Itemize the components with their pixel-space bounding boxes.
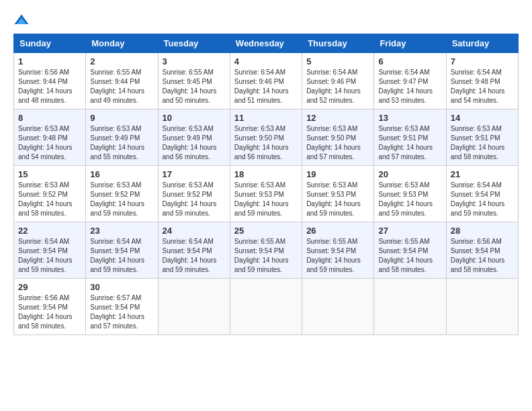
- daylight-label: Daylight: 14 hours: [90, 312, 153, 322]
- daylight-label: Daylight: 14 hours: [163, 143, 226, 152]
- sunrise-text: Sunrise: 6:55 AM: [90, 68, 153, 77]
- day-info: Sunrise: 6:55 AMSunset: 9:54 PMDaylight:…: [378, 237, 441, 275]
- day-number: 17: [163, 169, 226, 179]
- sunrise-text: Sunrise: 6:53 AM: [234, 124, 298, 134]
- daylight-label: Daylight: 14 hours: [234, 87, 298, 96]
- calendar-cell: 8Sunrise: 6:53 AMSunset: 9:48 PMDaylight…: [14, 109, 86, 166]
- daylight-label: Daylight: 14 hours: [306, 256, 369, 265]
- sunset-text: Sunset: 9:54 PM: [378, 246, 441, 256]
- day-number: 26: [306, 226, 369, 236]
- calendar-cell: 17Sunrise: 6:53 AMSunset: 9:52 PMDayligh…: [158, 166, 230, 222]
- sunset-text: Sunset: 9:51 PM: [451, 134, 514, 143]
- day-number: 11: [234, 113, 298, 123]
- sunset-text: Sunset: 9:53 PM: [378, 190, 441, 199]
- day-info: Sunrise: 6:56 AMSunset: 9:54 PMDaylight:…: [18, 293, 81, 331]
- daylight-minutes: and 54 minutes.: [18, 152, 81, 162]
- calendar-cell: [230, 279, 302, 335]
- day-number: 7: [451, 56, 514, 66]
- day-info: Sunrise: 6:53 AMSunset: 9:51 PMDaylight:…: [378, 124, 441, 162]
- calendar-cell: 6Sunrise: 6:54 AMSunset: 9:47 PMDaylight…: [374, 53, 446, 109]
- day-info: Sunrise: 6:55 AMSunset: 9:54 PMDaylight:…: [234, 237, 298, 275]
- calendar-cell: [446, 279, 518, 335]
- calendar-cell: 15Sunrise: 6:53 AMSunset: 9:52 PMDayligh…: [14, 166, 86, 222]
- daylight-minutes: and 56 minutes.: [234, 152, 298, 162]
- daylight-label: Daylight: 14 hours: [234, 143, 298, 152]
- calendar-cell: 23Sunrise: 6:54 AMSunset: 9:54 PMDayligh…: [86, 222, 158, 279]
- sunrise-text: Sunrise: 6:53 AM: [18, 124, 81, 134]
- day-number: 24: [163, 226, 226, 236]
- sunset-text: Sunset: 9:44 PM: [90, 77, 153, 87]
- day-number: 13: [378, 113, 441, 123]
- daylight-minutes: and 59 minutes.: [234, 265, 298, 275]
- daylight-label: Daylight: 14 hours: [378, 143, 441, 152]
- calendar-week-5: 29Sunrise: 6:56 AMSunset: 9:54 PMDayligh…: [14, 279, 519, 335]
- day-number: 19: [306, 169, 369, 179]
- daylight-minutes: and 54 minutes.: [451, 96, 514, 105]
- daylight-label: Daylight: 14 hours: [18, 143, 81, 152]
- sunrise-text: Sunrise: 6:55 AM: [234, 237, 298, 246]
- sunrise-text: Sunrise: 6:57 AM: [90, 293, 153, 303]
- daylight-label: Daylight: 14 hours: [378, 256, 441, 265]
- calendar-cell: 24Sunrise: 6:54 AMSunset: 9:54 PMDayligh…: [158, 222, 230, 279]
- sunset-text: Sunset: 9:54 PM: [90, 246, 153, 256]
- calendar-cell: 11Sunrise: 6:53 AMSunset: 9:50 PMDayligh…: [230, 109, 302, 166]
- sunset-text: Sunset: 9:46 PM: [234, 77, 298, 87]
- sunset-text: Sunset: 9:51 PM: [378, 134, 441, 143]
- sunrise-text: Sunrise: 6:53 AM: [378, 181, 441, 190]
- daylight-minutes: and 59 minutes.: [18, 265, 81, 275]
- sunrise-text: Sunrise: 6:56 AM: [18, 293, 81, 303]
- calendar-cell: 16Sunrise: 6:53 AMSunset: 9:52 PMDayligh…: [86, 166, 158, 222]
- daylight-label: Daylight: 14 hours: [90, 143, 153, 152]
- sunset-text: Sunset: 9:54 PM: [234, 246, 298, 256]
- day-info: Sunrise: 6:54 AMSunset: 9:54 PMDaylight:…: [451, 181, 514, 218]
- daylight-minutes: and 58 minutes.: [18, 209, 81, 218]
- daylight-label: Daylight: 14 hours: [451, 87, 514, 96]
- calendar-week-2: 8Sunrise: 6:53 AMSunset: 9:48 PMDaylight…: [14, 109, 519, 166]
- weekday-header-sunday: Sunday: [14, 34, 86, 53]
- calendar-cell: 19Sunrise: 6:53 AMSunset: 9:53 PMDayligh…: [302, 166, 374, 222]
- calendar-cell: [158, 279, 230, 335]
- calendar-cell: 22Sunrise: 6:54 AMSunset: 9:54 PMDayligh…: [14, 222, 86, 279]
- sunset-text: Sunset: 9:46 PM: [306, 77, 369, 87]
- sunset-text: Sunset: 9:49 PM: [90, 134, 153, 143]
- sunset-text: Sunset: 9:54 PM: [451, 246, 514, 256]
- day-info: Sunrise: 6:54 AMSunset: 9:47 PMDaylight:…: [378, 68, 441, 105]
- day-number: 15: [18, 169, 81, 179]
- sunset-text: Sunset: 9:44 PM: [18, 77, 81, 87]
- day-info: Sunrise: 6:54 AMSunset: 9:46 PMDaylight:…: [234, 68, 298, 105]
- daylight-minutes: and 58 minutes.: [18, 322, 81, 331]
- daylight-minutes: and 59 minutes.: [163, 209, 226, 218]
- sunrise-text: Sunrise: 6:54 AM: [378, 68, 441, 77]
- day-number: 16: [90, 169, 153, 179]
- day-info: Sunrise: 6:54 AMSunset: 9:54 PMDaylight:…: [163, 237, 226, 275]
- sunrise-text: Sunrise: 6:54 AM: [451, 181, 514, 190]
- day-info: Sunrise: 6:53 AMSunset: 9:49 PMDaylight:…: [163, 124, 226, 162]
- daylight-minutes: and 57 minutes.: [306, 152, 369, 162]
- daylight-label: Daylight: 14 hours: [163, 256, 226, 265]
- calendar-cell: 4Sunrise: 6:54 AMSunset: 9:46 PMDaylight…: [230, 53, 302, 109]
- day-info: Sunrise: 6:56 AMSunset: 9:44 PMDaylight:…: [18, 68, 81, 105]
- day-number: 2: [90, 56, 153, 66]
- daylight-label: Daylight: 14 hours: [451, 256, 514, 265]
- daylight-label: Daylight: 14 hours: [18, 87, 81, 96]
- day-number: 10: [163, 113, 226, 123]
- day-number: 29: [18, 282, 81, 292]
- day-info: Sunrise: 6:54 AMSunset: 9:46 PMDaylight:…: [306, 68, 369, 105]
- sunrise-text: Sunrise: 6:53 AM: [451, 124, 514, 134]
- calendar-cell: [302, 279, 374, 335]
- weekday-header-tuesday: Tuesday: [158, 34, 230, 53]
- calendar-cell: 12Sunrise: 6:53 AMSunset: 9:50 PMDayligh…: [302, 109, 374, 166]
- sunrise-text: Sunrise: 6:55 AM: [378, 237, 441, 246]
- sunrise-text: Sunrise: 6:54 AM: [90, 237, 153, 246]
- sunrise-text: Sunrise: 6:53 AM: [90, 124, 153, 134]
- calendar-cell: 20Sunrise: 6:53 AMSunset: 9:53 PMDayligh…: [374, 166, 446, 222]
- weekday-header-saturday: Saturday: [446, 34, 518, 53]
- calendar-cell: 5Sunrise: 6:54 AMSunset: 9:46 PMDaylight…: [302, 53, 374, 109]
- calendar-cell: 3Sunrise: 6:55 AMSunset: 9:45 PMDaylight…: [158, 53, 230, 109]
- daylight-label: Daylight: 14 hours: [18, 256, 81, 265]
- page-header: [13, 13, 519, 27]
- daylight-label: Daylight: 14 hours: [234, 256, 298, 265]
- daylight-minutes: and 52 minutes.: [306, 96, 369, 105]
- sunset-text: Sunset: 9:47 PM: [378, 77, 441, 87]
- day-info: Sunrise: 6:57 AMSunset: 9:54 PMDaylight:…: [90, 293, 153, 331]
